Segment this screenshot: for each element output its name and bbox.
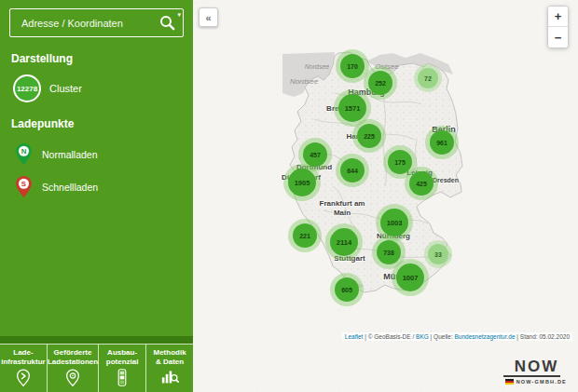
attribution-text: | Quelle: [429,333,455,340]
tab-label: potenzial [106,358,139,367]
sea-label: Ostsee [375,62,398,71]
cluster-marker[interactable]: 33 [428,244,448,264]
cluster-marker[interactable]: 961 [430,130,454,155]
now-logo-url: NOW-GMBH.DE [516,379,567,385]
bottom-tab-bar: Lade- infrastruktur Geförderte Ladestati… [0,336,193,392]
map-zoom-control: + − [547,6,569,48]
attribution-link[interactable]: Leaflet [345,333,364,340]
legend-item-schnellladen[interactable]: S Schnellladen [0,170,193,203]
sidebar-collapse-button[interactable]: « [199,7,218,27]
tab-ladeinfrastruktur[interactable]: Lade- infrastruktur [0,345,48,392]
now-logo[interactable]: NOW NOW-GMBH.DE [503,358,567,385]
tab-label: Ladestationen [48,358,98,367]
tab-label: & Daten [156,358,184,367]
cluster-marker[interactable]: 252 [368,71,392,95]
tab-label: Ausbau- [107,348,137,358]
zoom-out-button[interactable]: − [548,27,568,47]
attribution-text: | Stand: 05.02.2020 [516,333,570,340]
cluster-marker[interactable]: 221 [293,223,317,248]
search-button[interactable]: ▾ [158,13,177,33]
tab-label: Geförderte [54,348,92,358]
attribution-link[interactable]: BKG [416,333,429,340]
cluster-marker[interactable]: 1003 [380,209,408,237]
pin-chevron-icon [16,369,31,386]
pin-station-icon [65,369,80,386]
tab-gefoerderte-ladestationen[interactable]: Geförderte Ladestationen [48,345,99,392]
search-type-caret-icon[interactable]: ▾ [177,11,181,18]
cluster-marker[interactable]: 457 [303,142,327,167]
attribution-text: | © GeoBasis-DE / [363,333,416,340]
tab-bar-top-strip [0,336,193,344]
standorttool-app: ▾ Darstellung 12278 Cluster Ladepunkte N… [0,0,578,392]
schnellladen-label: Schnellladen [42,182,98,193]
attribution-link[interactable]: Bundesnetzagentur.de [455,333,516,340]
sidebar: ▾ Darstellung 12278 Cluster Ladepunkte N… [0,0,193,392]
battery-gauge-icon [117,369,127,386]
chart-search-icon [161,369,179,385]
darstellung-heading: Darstellung [0,39,193,73]
tab-methodik-daten[interactable]: Methodik & Daten [146,345,193,392]
german-flag-icon [505,379,514,385]
city-label: Main [334,209,351,217]
svg-text:N: N [21,147,27,155]
sea-label: Nordsee [290,77,318,86]
cluster-marker[interactable]: 605 [335,277,359,302]
zoom-in-button[interactable]: + [548,7,568,27]
city-label: Frankfurt am [320,199,365,208]
now-logo-text: NOW [503,359,561,377]
ladepunkte-heading: Ladepunkte [0,104,193,138]
cluster-marker[interactable]: 644 [340,158,365,182]
sea-label: Nordsee [305,63,329,70]
cluster-marker[interactable]: 175 [388,150,412,174]
city-label: Dresden [433,177,459,183]
cluster-marker[interactable]: 1571 [338,94,366,122]
search-box[interactable]: ▾ [9,8,184,37]
svg-text:S: S [21,180,26,188]
cluster-display-option[interactable]: 12278 Cluster [0,73,193,104]
cluster-marker[interactable]: 738 [377,240,401,264]
normalladen-label: Normalladen [42,149,98,160]
cluster-marker[interactable]: 170 [340,54,365,78]
cluster-marker[interactable]: 1905 [288,169,316,196]
cluster-marker[interactable]: 425 [409,171,434,196]
cluster-marker[interactable]: 72 [418,68,438,88]
tab-label: Methodik [153,348,186,358]
legend-item-normalladen[interactable]: N Normalladen [0,138,193,170]
search-input[interactable] [20,17,158,30]
map-attribution: Leaflet | © GeoBasis-DE / BKG | Quelle: … [342,332,572,341]
cluster-marker[interactable]: 2114 [330,228,358,256]
cluster-option-label: Cluster [49,83,82,94]
tab-label: infrastruktur [1,358,46,367]
map-canvas[interactable]: « + − NordseeNordseeOstseeHamburgBremenH… [193,0,578,392]
normalladen-pin-icon: N [15,142,33,166]
tab-label: Lade- [13,348,33,358]
schnellladen-pin-icon: S [15,175,33,198]
cluster-marker[interactable]: 1007 [396,264,424,291]
cluster-marker[interactable]: 225 [357,124,381,148]
tab-ausbaupotenzial[interactable]: Ausbau- potenzial [99,345,146,392]
search-icon [159,15,175,31]
cluster-count-badge: 12278 [13,74,41,102]
